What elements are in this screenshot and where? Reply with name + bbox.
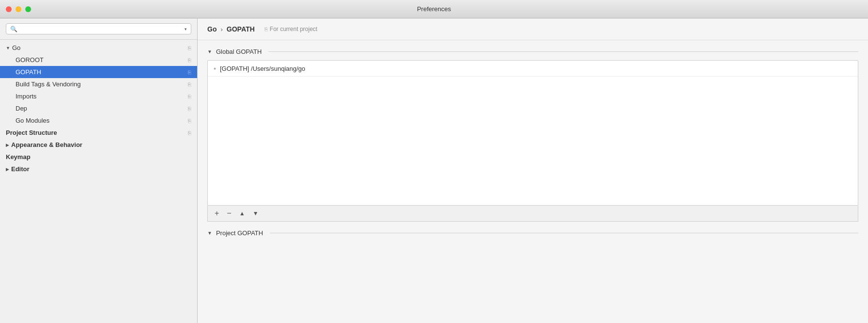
global-gopath-title: Global GOPATH bbox=[216, 48, 262, 55]
project-gopath-title: Project GOPATH bbox=[216, 229, 263, 237]
section-divider bbox=[268, 51, 858, 52]
copy-icon: ⎘ bbox=[188, 106, 191, 112]
sidebar: 🔍 ▾ ▼ Go ⎘ GOROOT ⎘ GOPATH ⎘ bbox=[0, 18, 198, 323]
copy-icon: ⎘ bbox=[188, 118, 191, 124]
for-current-project: ⎘ For current project bbox=[265, 26, 317, 32]
list-item[interactable]: ▪ [GOPATH] /Users/sunqiang/go bbox=[208, 61, 858, 77]
expand-arrow-icon: ▶ bbox=[6, 143, 9, 147]
gopath-list: ▪ [GOPATH] /Users/sunqiang/go bbox=[207, 60, 858, 206]
maximize-button[interactable] bbox=[25, 6, 31, 12]
project-gopath-section: ▼ Project GOPATH bbox=[207, 229, 858, 237]
section-collapse-arrow-icon[interactable]: ▼ bbox=[207, 230, 212, 236]
gopath-path-value: [GOPATH] /Users/sunqiang/go bbox=[220, 65, 305, 72]
sidebar-item-gopath[interactable]: GOPATH ⎘ bbox=[0, 66, 197, 78]
sidebar-item-go-modules[interactable]: Go Modules ⎘ bbox=[0, 114, 197, 127]
title-bar: Preferences bbox=[0, 0, 868, 18]
remove-button[interactable]: − bbox=[225, 209, 233, 218]
sidebar-item-goroot[interactable]: GOROOT ⎘ bbox=[0, 54, 197, 66]
copy-icon: ⎘ bbox=[265, 26, 268, 32]
copy-icon: ⎘ bbox=[188, 45, 191, 51]
global-gopath-section-header: ▼ Global GOPATH bbox=[207, 48, 858, 55]
window-controls bbox=[6, 6, 31, 12]
section-divider bbox=[270, 233, 858, 233]
for-current-project-label: For current project bbox=[270, 26, 317, 32]
move-up-button[interactable]: ▲ bbox=[237, 210, 247, 217]
minimize-button[interactable] bbox=[16, 6, 21, 12]
sidebar-nav: ▼ Go ⎘ GOROOT ⎘ GOPATH ⎘ Build Tags & Ve… bbox=[0, 40, 197, 323]
list-toolbar: + − ▲ ▼ bbox=[207, 206, 858, 222]
copy-icon: ⎘ bbox=[188, 69, 191, 75]
sidebar-item-go[interactable]: ▼ Go ⎘ bbox=[0, 42, 197, 54]
close-button[interactable] bbox=[6, 6, 12, 12]
sidebar-item-label: Go bbox=[12, 44, 188, 51]
sidebar-item-label: Go Modules bbox=[16, 117, 188, 124]
sidebar-item-keymap[interactable]: Keymap bbox=[0, 151, 197, 163]
sidebar-item-project-structure[interactable]: Project Structure ⎘ bbox=[0, 127, 197, 139]
sidebar-item-label: GOROOT bbox=[16, 56, 188, 64]
project-gopath-section-header: ▼ Project GOPATH bbox=[207, 229, 858, 237]
search-bar: 🔍 ▾ bbox=[0, 18, 197, 40]
search-input-wrap[interactable]: 🔍 ▾ bbox=[6, 23, 191, 34]
expand-arrow-icon: ▶ bbox=[6, 167, 9, 172]
sidebar-item-label: Editor bbox=[11, 165, 191, 173]
window-title: Preferences bbox=[417, 5, 451, 13]
add-button[interactable]: + bbox=[213, 209, 221, 218]
sidebar-item-appearance[interactable]: ▶ Appearance & Behavior bbox=[0, 139, 197, 151]
content-area: Go › GOPATH ⎘ For current project ▼ Glob… bbox=[198, 18, 868, 323]
sidebar-item-imports[interactable]: Imports ⎘ bbox=[0, 90, 197, 102]
move-down-button[interactable]: ▼ bbox=[251, 210, 261, 217]
content-body: ▼ Global GOPATH ▪ [GOPATH] /Users/sunqia… bbox=[198, 40, 868, 323]
sidebar-item-label: GOPATH bbox=[16, 68, 188, 76]
sidebar-item-label: Imports bbox=[16, 93, 188, 100]
folder-icon: ▪ bbox=[214, 65, 216, 72]
copy-icon: ⎘ bbox=[188, 81, 191, 87]
sidebar-item-label: Build Tags & Vendoring bbox=[16, 81, 188, 88]
copy-icon: ⎘ bbox=[188, 130, 191, 136]
sidebar-item-label: Dep bbox=[16, 105, 188, 112]
copy-icon: ⎘ bbox=[188, 94, 191, 99]
content-header: Go › GOPATH ⎘ For current project bbox=[198, 18, 868, 40]
sidebar-item-label: Appearance & Behavior bbox=[11, 141, 191, 148]
breadcrumb-gopath: GOPATH bbox=[227, 25, 255, 33]
sidebar-item-dep[interactable]: Dep ⎘ bbox=[0, 102, 197, 114]
search-dropdown-arrow-icon[interactable]: ▾ bbox=[184, 27, 187, 32]
breadcrumb-go: Go bbox=[207, 25, 217, 33]
search-input[interactable] bbox=[20, 25, 182, 32]
search-icon: 🔍 bbox=[10, 26, 17, 32]
sidebar-item-build-tags[interactable]: Build Tags & Vendoring ⎘ bbox=[0, 78, 197, 90]
expand-arrow-icon: ▼ bbox=[6, 46, 10, 50]
sidebar-item-label: Keymap bbox=[6, 153, 191, 161]
copy-icon: ⎘ bbox=[188, 57, 191, 63]
section-collapse-arrow-icon[interactable]: ▼ bbox=[207, 49, 212, 54]
breadcrumb-separator-icon: › bbox=[220, 26, 222, 33]
sidebar-item-editor[interactable]: ▶ Editor bbox=[0, 163, 197, 175]
main-container: 🔍 ▾ ▼ Go ⎘ GOROOT ⎘ GOPATH ⎘ bbox=[0, 18, 868, 323]
sidebar-item-label: Project Structure bbox=[6, 129, 188, 136]
